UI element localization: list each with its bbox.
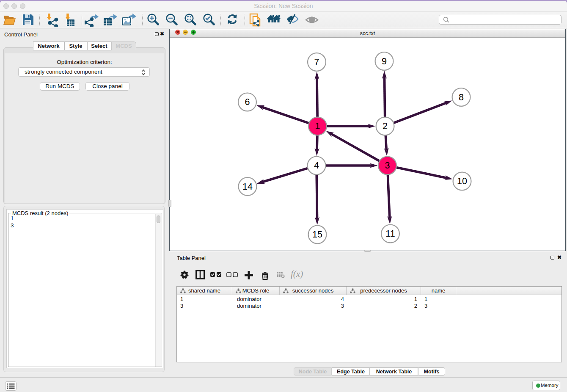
svg-text:8: 8 (459, 92, 464, 102)
svg-text:7: 7 (314, 57, 319, 67)
svg-text:2: 2 (383, 121, 388, 131)
svg-text:4: 4 (314, 160, 319, 171)
svg-text:6: 6 (245, 97, 250, 107)
svg-text:11: 11 (385, 229, 395, 239)
svg-text:9: 9 (382, 56, 387, 66)
svg-text:10: 10 (457, 176, 467, 186)
svg-text:1: 1 (315, 121, 320, 131)
svg-text:15: 15 (312, 229, 322, 240)
svg-text:14: 14 (242, 182, 253, 192)
svg-text:3: 3 (385, 160, 390, 171)
